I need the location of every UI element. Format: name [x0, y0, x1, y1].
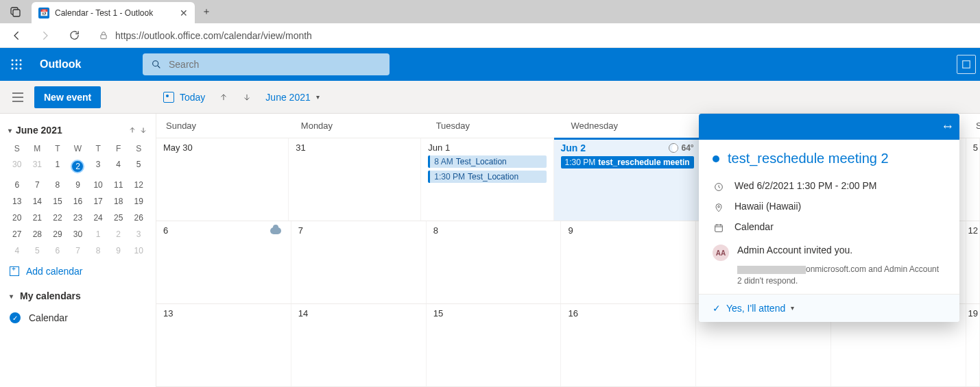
svg-point-4 — [16, 60, 18, 62]
mini-day[interactable]: 21 — [27, 210, 48, 226]
day-cell[interactable]: Jun 1 8 AMTest_Location 1:30 PMTest_Loca… — [421, 138, 553, 221]
svg-point-8 — [20, 64, 22, 66]
period-picker[interactable]: June 2021 ▾ — [259, 86, 326, 108]
day-cell-today[interactable]: Jun 2 64° 1:30 PMtest_reschedule meetin — [554, 138, 702, 221]
mini-next-icon[interactable] — [139, 126, 147, 134]
calendar-list-item[interactable]: ✓ Calendar — [7, 308, 149, 327]
mini-day[interactable]: 27 — [7, 226, 27, 242]
mini-day[interactable]: 3 — [128, 226, 149, 242]
new-tab-button[interactable]: ＋ — [195, 0, 218, 23]
back-button[interactable] — [5, 25, 27, 47]
mini-prev-icon[interactable] — [128, 126, 136, 134]
mini-day[interactable]: 16 — [68, 193, 88, 210]
svg-point-11 — [20, 68, 22, 70]
mini-day[interactable]: 19 — [128, 193, 149, 210]
day-cell[interactable]: 15 — [427, 304, 562, 386]
peek-invitees-note: onmicrosoft.com and Admin Account 2 didn… — [737, 264, 946, 287]
day-cell[interactable]: 31 — [289, 138, 421, 221]
day-cell[interactable]: 12 — [966, 221, 980, 303]
event-item[interactable]: 8 AMTest_Location — [428, 155, 546, 168]
mini-day[interactable]: 30 — [68, 226, 88, 242]
mini-day[interactable]: 4 — [7, 242, 27, 259]
mini-day[interactable]: 26 — [128, 210, 149, 226]
mini-day[interactable]: 1 — [47, 156, 68, 177]
event-item-selected[interactable]: 1:30 PMtest_reschedule meetin — [561, 156, 694, 168]
mini-day[interactable]: 5 — [128, 156, 149, 177]
search-box[interactable] — [143, 53, 390, 75]
day-cell[interactable]: 9 — [561, 221, 696, 303]
hamburger-icon[interactable] — [10, 89, 26, 105]
mini-day[interactable]: 10 — [88, 177, 108, 193]
day-cell[interactable]: 5 — [966, 138, 980, 221]
mini-day[interactable]: 28 — [27, 226, 48, 242]
mini-day[interactable]: 18 — [108, 193, 129, 210]
refresh-button[interactable] — [63, 25, 85, 47]
mini-day[interactable]: 22 — [47, 210, 68, 226]
day-cell[interactable]: 16 — [561, 304, 696, 386]
mini-day[interactable]: 9 — [108, 242, 129, 259]
prev-period-button[interactable] — [212, 86, 235, 108]
mini-day[interactable]: 15 — [47, 193, 68, 210]
mini-day[interactable]: 6 — [47, 242, 68, 259]
mini-day[interactable]: 5 — [27, 242, 48, 259]
peek-title[interactable]: test_reschedule meeting 2 — [713, 151, 946, 166]
day-cell[interactable]: 14 — [291, 304, 427, 386]
search-input[interactable] — [169, 59, 289, 70]
mini-day[interactable]: 9 — [68, 177, 88, 193]
mini-day[interactable]: 12 — [128, 177, 149, 193]
day-cell[interactable]: 6 — [156, 221, 291, 303]
mini-cal-header[interactable]: ▾ June 2021 — [7, 119, 149, 141]
mini-day[interactable]: 2 — [68, 156, 88, 177]
mini-day[interactable]: 23 — [68, 210, 88, 226]
mini-day[interactable]: 24 — [88, 210, 108, 226]
app-launcher-icon[interactable] — [0, 48, 33, 81]
event-item[interactable]: 1:30 PMTest_Location — [428, 171, 546, 183]
mini-day[interactable]: 8 — [47, 177, 68, 193]
mini-day[interactable]: 29 — [47, 226, 68, 242]
mini-dow: S — [7, 141, 27, 156]
clock-icon — [713, 180, 725, 192]
close-tab-icon[interactable]: ✕ — [180, 8, 188, 18]
next-period-button[interactable] — [235, 86, 259, 108]
add-calendar-button[interactable]: Add calendar — [7, 259, 149, 284]
day-cell[interactable]: 13 — [156, 304, 291, 386]
mini-day[interactable]: 17 — [88, 193, 108, 210]
day-cell[interactable]: May 30 — [156, 138, 289, 221]
svg-point-5 — [20, 60, 22, 62]
forward-button[interactable] — [34, 25, 56, 47]
mini-day[interactable]: 20 — [7, 210, 27, 226]
mini-day[interactable]: 6 — [7, 177, 27, 193]
svg-rect-13 — [963, 61, 970, 68]
my-calendars-toggle[interactable]: ▾ My calendars — [7, 284, 149, 308]
mini-day[interactable]: 7 — [68, 242, 88, 259]
dow-label: Sat — [966, 114, 980, 138]
day-cell[interactable]: 7 — [291, 221, 427, 303]
rsvp-row[interactable]: ✓ Yes, I'll attend ▾ — [699, 294, 959, 322]
tab-actions-button[interactable] — [0, 0, 32, 23]
address-field[interactable]: https://outlook.office.com/calendar/view… — [92, 25, 975, 46]
brand-label[interactable]: Outlook — [33, 58, 143, 71]
mini-day[interactable]: 3 — [88, 156, 108, 177]
mini-day[interactable]: 14 — [27, 193, 48, 210]
mini-day[interactable]: 30 — [7, 156, 27, 177]
today-button[interactable]: Today — [156, 86, 212, 108]
mini-day[interactable]: 31 — [27, 156, 48, 177]
new-event-button[interactable]: New event — [34, 86, 101, 108]
expand-icon[interactable]: ⤢ — [941, 119, 956, 134]
browser-tab[interactable]: 📅 Calendar - Test 1 - Outlook ✕ — [32, 2, 195, 23]
mini-day[interactable]: 11 — [108, 177, 129, 193]
mini-day[interactable]: 10 — [128, 242, 149, 259]
mini-calendar[interactable]: SMTWTFS 30311234567891011121314151617181… — [7, 141, 149, 259]
day-cell[interactable]: 8 — [427, 221, 562, 303]
mini-day[interactable]: 13 — [7, 193, 27, 210]
address-bar: https://outlook.office.com/calendar/view… — [0, 23, 980, 48]
mini-day[interactable]: 4 — [108, 156, 129, 177]
mini-day[interactable]: 7 — [27, 177, 48, 193]
mini-day[interactable]: 1 — [88, 226, 108, 242]
mini-day[interactable]: 25 — [108, 210, 129, 226]
day-cell[interactable]: 19 — [966, 304, 980, 386]
mini-day[interactable]: 8 — [88, 242, 108, 259]
open-in-new-icon[interactable] — [957, 55, 976, 74]
mini-day[interactable]: 2 — [108, 226, 129, 242]
dow-label: Tuesday — [427, 114, 562, 138]
